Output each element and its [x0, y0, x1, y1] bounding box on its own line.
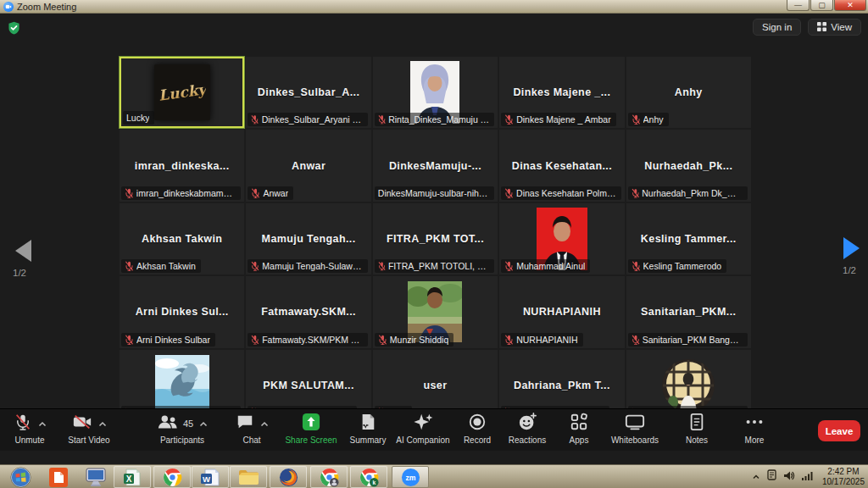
participants-icon	[157, 413, 179, 435]
participant-name-tag: Lucky	[123, 111, 154, 125]
muted-mic-icon	[251, 188, 260, 198]
mic-muted-icon	[14, 413, 32, 435]
zoom-meeting-window: Zoom Meeting — ▢ ✕ Sign in View LuckyLuc…	[0, 0, 868, 488]
volume-icon[interactable]	[783, 469, 795, 485]
muted-mic-icon	[632, 188, 640, 198]
taskbar-show-desktop-icon[interactable]	[77, 466, 114, 488]
participant-tile[interactable]: FITRA_PKM TOT...FITRA_PKM TOTOLI, Kab.M.…	[373, 203, 498, 274]
taskbar-chrome-green-icon[interactable]: k	[350, 466, 387, 488]
muted-mic-icon	[378, 261, 386, 271]
participant-tile[interactable]: AnhyAnhy	[626, 57, 751, 128]
clock-time: 2:42 PM	[822, 467, 865, 477]
participant-tile[interactable]: imran_dinkeska...imran_dinkeskabmamasa	[120, 130, 244, 201]
taskbar-pdf-app-icon[interactable]	[40, 466, 77, 488]
participant-name-tag: Mamuju Tengah-Sulawesi ...	[248, 259, 368, 273]
toolbar-item-label: Whiteboards	[611, 435, 659, 445]
participant-tile[interactable]: Dinkes_Sulbar_A...Dinkes_Sulbar_Aryani M…	[246, 57, 370, 128]
system-tray: 2:42 PM 10/17/2025	[752, 465, 868, 488]
muted-mic-icon	[378, 335, 387, 345]
toolbar-item-label: Participants	[160, 435, 204, 445]
participant-tile[interactable]: AnwarAnwar	[246, 130, 370, 201]
participant-tile[interactable]: Dinas Kesehatan...Dinas Kesehatan Polman	[499, 130, 624, 201]
participant-tile[interactable]: Akhsan TakwinAkhsan Takwin	[120, 203, 244, 274]
chevron-up-icon[interactable]	[98, 421, 107, 427]
participant-tile[interactable]: Arni Dinkes Sul...Arni Dinkes Sulbar	[120, 276, 244, 347]
participant-name-tag: DinkesMamuju-sulbar-nihlah	[375, 186, 494, 200]
hidden-icons-arrow-icon[interactable]	[752, 469, 760, 485]
taskbar-word-icon[interactable]: W	[192, 466, 229, 488]
participant-name-label: Dinkes Majene _ Ambar	[516, 114, 610, 125]
participant-name-tag: Muhammad Ainul	[501, 259, 590, 273]
action-center-icon[interactable]	[766, 469, 777, 485]
previous-page-arrow[interactable]	[15, 240, 31, 262]
network-signal-icon[interactable]	[801, 469, 813, 485]
ai-sparkle-icon	[413, 413, 433, 435]
sign-in-button[interactable]: Sign in	[753, 19, 801, 36]
zoom-app-icon	[3, 2, 14, 12]
leave-button[interactable]: Leave	[818, 420, 860, 441]
taskbar-excel-icon[interactable]: X	[114, 466, 151, 488]
participant-tile[interactable]: Mamuju Tengah...Mamuju Tengah-Sulawesi .…	[246, 203, 370, 274]
participant-name-label: imran_dinkeskabmamasa	[136, 188, 236, 198]
view-button[interactable]: View	[808, 19, 861, 36]
muted-mic-icon	[632, 114, 641, 125]
chevron-up-icon[interactable]	[38, 421, 47, 427]
page-indicator-left: 1/2	[13, 268, 26, 278]
more-dots-icon	[744, 413, 765, 435]
share-screen-icon	[302, 413, 320, 435]
page-indicator-right: 1/2	[843, 265, 856, 275]
meeting-security-shield-icon[interactable]	[8, 21, 20, 38]
participant-tile[interactable]: DinkesMamuju-...DinkesMamuju-sulbar-nihl…	[373, 130, 498, 201]
participant-name-tag: Fatmawaty.SKM/PKM Tam...	[248, 333, 368, 347]
participant-name-label: Dinkes_Sulbar_Aryani Musp...	[262, 114, 363, 125]
participant-name-tag: Akhsan Takwin	[121, 259, 201, 273]
taskbar-zoom-app-icon[interactable]: zm	[392, 466, 429, 488]
muted-mic-icon	[251, 114, 259, 125]
participant-tile[interactable]: NURHAPIANIHNURHAPIANIH	[499, 276, 624, 347]
participant-tile[interactable]: Nurhaedah_Pk...Nurhaedah_Pkm Dk_Mateng	[626, 130, 751, 201]
participant-name-label: NURHAPIANIH	[516, 335, 577, 345]
svg-text:W: W	[203, 474, 210, 483]
muted-mic-icon	[251, 335, 259, 345]
chevron-up-icon[interactable]	[199, 421, 208, 427]
sign-in-label: Sign in	[762, 22, 792, 32]
taskbar-chrome-profile-icon[interactable]	[310, 466, 348, 488]
participant-tile[interactable]: LuckyLucky	[120, 57, 244, 128]
next-page-arrow[interactable]	[843, 237, 860, 259]
muted-mic-icon	[504, 261, 514, 271]
maximize-button[interactable]: ▢	[810, 0, 833, 11]
view-label: View	[831, 22, 852, 32]
svg-text:zm: zm	[405, 473, 415, 481]
participant-name-tag: Anwar	[248, 186, 293, 200]
minimize-button[interactable]: —	[787, 0, 810, 11]
participant-tile[interactable]: Munzir Shiddiq	[373, 276, 498, 347]
taskbar-file-explorer-icon[interactable]	[230, 466, 267, 488]
chevron-up-icon[interactable]	[260, 421, 269, 427]
participant-tile[interactable]: Kesling Tammer...Kesling Tammerodo	[626, 203, 751, 274]
participant-tile[interactable]: Fatmawaty.SKM...Fatmawaty.SKM/PKM Tam...	[246, 276, 370, 347]
taskbar-start-icon[interactable]	[2, 466, 39, 488]
taskbar-clock[interactable]: 2:42 PM 10/17/2025	[819, 467, 865, 487]
participant-tile[interactable]: Muhammad Ainul	[499, 203, 624, 274]
svg-text:X: X	[126, 474, 132, 483]
participants-count: 45	[183, 419, 193, 429]
participant-name-tag: Dinkes_Sulbar_Aryani Musp...	[248, 113, 368, 126]
summary-doc-icon	[359, 413, 376, 435]
window-titlebar[interactable]: Zoom Meeting — ▢ ✕	[0, 0, 868, 14]
participant-tile[interactable]: Dinkes Majene _...Dinkes Majene _ Ambar	[499, 57, 624, 128]
participant-name-label: Sanitarian_PKM Banggae II	[643, 335, 743, 345]
muted-mic-icon	[125, 261, 134, 271]
apps-grid-icon	[570, 413, 588, 435]
clock-date: 10/17/2025	[822, 477, 865, 487]
participant-tile[interactable]: Rinta_Dinkes_Mamuju Teng...	[373, 57, 498, 128]
taskbar-firefox-icon[interactable]	[270, 466, 307, 488]
participant-tile[interactable]: Sanitarian_PKM...Sanitarian_PKM Banggae …	[626, 276, 751, 347]
reactions-smiley-icon	[518, 413, 537, 435]
muted-mic-icon	[251, 261, 259, 271]
start-video-button[interactable]: Start Video	[48, 413, 130, 445]
participant-name-tag: NURHAPIANIH	[501, 333, 582, 347]
toolbar-item-label: Notes	[686, 435, 708, 445]
taskbar-chrome-icon[interactable]	[153, 466, 191, 488]
close-button[interactable]: ✕	[834, 0, 866, 11]
more-button[interactable]: More	[714, 413, 795, 445]
